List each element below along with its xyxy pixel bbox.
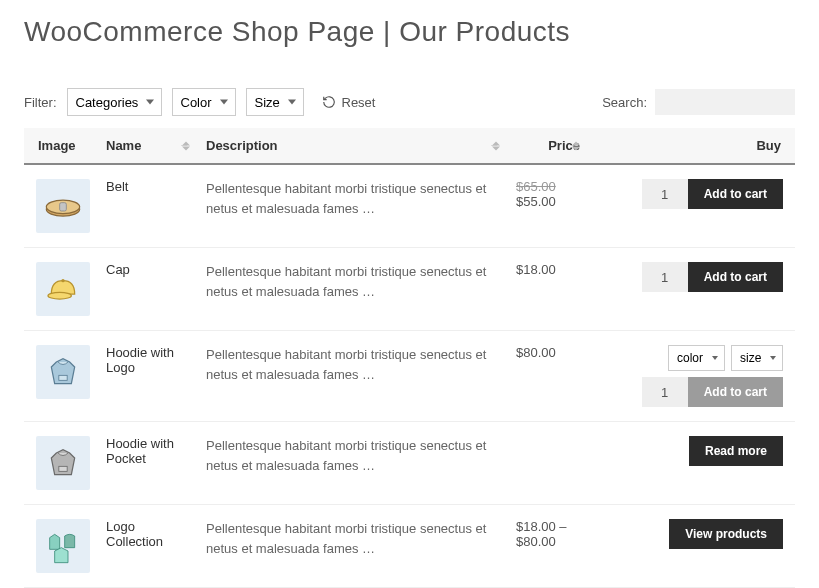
col-name[interactable]: Name xyxy=(98,128,198,164)
product-buy-cell: Read more xyxy=(588,422,795,505)
product-description: Pellentesque habitant morbi tristique se… xyxy=(198,248,508,331)
product-name: Cap xyxy=(98,248,198,331)
product-price xyxy=(508,422,588,505)
collection-icon xyxy=(43,526,83,566)
product-price: $80.00 xyxy=(508,331,588,422)
product-thumbnail[interactable] xyxy=(36,436,90,490)
product-buy-cell: Add to cart xyxy=(588,164,795,248)
quantity-input[interactable] xyxy=(642,377,688,407)
add-to-cart-button[interactable]: Add to cart xyxy=(688,262,783,292)
search-input[interactable] xyxy=(655,89,795,115)
product-buy-cell: Add to cart xyxy=(588,248,795,331)
product-price: $18.00 – $80.00 xyxy=(508,505,588,588)
table-row: CapPellentesque habitant morbi tristique… xyxy=(24,248,795,331)
product-description: Pellentesque habitant morbi tristique se… xyxy=(198,331,508,422)
filter-color[interactable]: Color xyxy=(172,88,236,116)
belt-icon xyxy=(43,186,83,226)
product-name: Logo Collection xyxy=(98,505,198,588)
filter-label: Filter: xyxy=(24,95,57,110)
table-row: BeltPellentesque habitant morbi tristiqu… xyxy=(24,164,795,248)
product-thumbnail[interactable] xyxy=(36,262,90,316)
product-thumbnail[interactable] xyxy=(36,519,90,573)
hoodie-icon xyxy=(43,352,83,392)
quantity-input[interactable] xyxy=(642,179,688,209)
add-to-cart-button[interactable]: Add to cart xyxy=(688,179,783,209)
products-table: Image Name Description Price Buy BeltPel… xyxy=(24,128,795,588)
view-products-button[interactable]: View products xyxy=(669,519,783,549)
product-thumbnail[interactable] xyxy=(36,179,90,233)
table-row: Hoodie with PocketPellentesque habitant … xyxy=(24,422,795,505)
product-price: $65.00$55.00 xyxy=(508,164,588,248)
col-description[interactable]: Description xyxy=(198,128,508,164)
product-name: Hoodie with Logo xyxy=(98,331,198,422)
reset-button[interactable]: Reset xyxy=(322,95,376,110)
filter-size[interactable]: Size xyxy=(246,88,304,116)
product-buy-cell: color size Add to cart xyxy=(588,331,795,422)
quantity-input[interactable] xyxy=(642,262,688,292)
add-to-cart-button[interactable]: Add to cart xyxy=(688,377,783,407)
page-title: WooCommerce Shop Page | Our Products xyxy=(24,16,795,48)
product-thumbnail[interactable] xyxy=(36,345,90,399)
reset-icon xyxy=(322,95,336,109)
table-row: Logo CollectionPellentesque habitant mor… xyxy=(24,505,795,588)
table-row: Hoodie with LogoPellentesque habitant mo… xyxy=(24,331,795,422)
product-description: Pellentesque habitant morbi tristique se… xyxy=(198,422,508,505)
product-name: Hoodie with Pocket xyxy=(98,422,198,505)
product-description: Pellentesque habitant morbi tristique se… xyxy=(198,164,508,248)
variant-color-select[interactable]: color xyxy=(668,345,725,371)
col-image: Image xyxy=(24,128,98,164)
col-buy: Buy xyxy=(588,128,795,164)
cap-icon xyxy=(43,269,83,309)
filter-bar: Filter: Categories Color Size Reset Sear… xyxy=(24,88,795,116)
col-price[interactable]: Price xyxy=(508,128,588,164)
product-buy-cell: View products xyxy=(588,505,795,588)
variant-size-select[interactable]: size xyxy=(731,345,783,371)
search-label: Search: xyxy=(602,95,647,110)
product-price: $18.00 xyxy=(508,248,588,331)
hoodie2-icon xyxy=(43,443,83,483)
filter-categories[interactable]: Categories xyxy=(67,88,162,116)
product-description: Pellentesque habitant morbi tristique se… xyxy=(198,505,508,588)
reset-label: Reset xyxy=(342,95,376,110)
product-name: Belt xyxy=(98,164,198,248)
read-more-button[interactable]: Read more xyxy=(689,436,783,466)
